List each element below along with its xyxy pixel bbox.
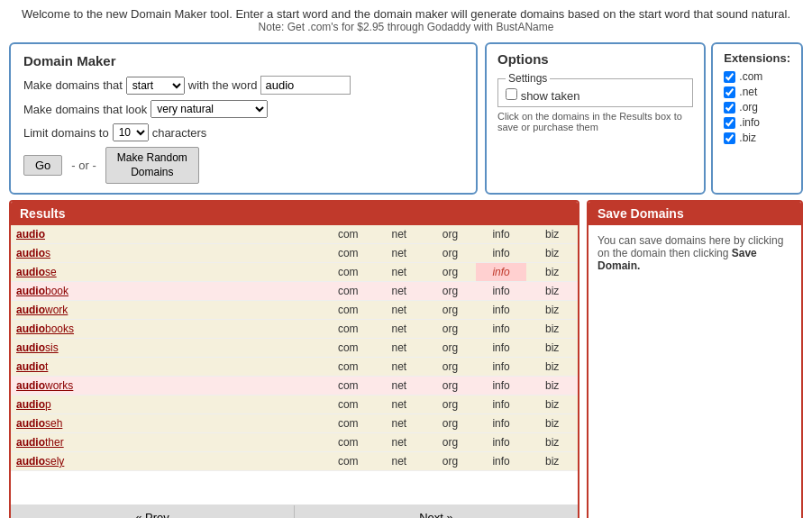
ext-cell-net[interactable]: net (374, 414, 425, 433)
ext-info-checkbox[interactable] (724, 117, 735, 129)
ext-cell-com[interactable]: com (323, 358, 374, 377)
word-input[interactable] (260, 76, 351, 95)
ext-cell-com[interactable]: com (323, 339, 374, 358)
ext-cell-com[interactable]: com (323, 433, 374, 452)
ext-cell-net[interactable]: net (374, 320, 425, 339)
results-table-wrapper[interactable]: audiocomnetorginfobizaudioscomnetorginfo… (11, 225, 578, 504)
ext-org-checkbox[interactable] (724, 102, 735, 114)
table-row[interactable]: audioscomnetorginfobiz (11, 244, 578, 263)
ext-cell-com[interactable]: com (323, 377, 374, 395)
make-random-button[interactable]: Make RandomDomains (105, 147, 199, 184)
domain-link[interactable]: audiot (16, 360, 48, 373)
ext-cell-net[interactable]: net (374, 263, 425, 282)
domain-link[interactable]: audiop (16, 398, 51, 411)
ext-cell-org[interactable]: org (424, 377, 476, 395)
ext-cell-net[interactable]: net (374, 358, 425, 377)
table-row[interactable]: audiosiscomnetorginfobiz (11, 339, 578, 358)
ext-cell-com[interactable]: com (323, 282, 374, 301)
ext-cell-com[interactable]: com (323, 320, 374, 339)
table-row[interactable]: audioworkscomnetorginfobiz (11, 377, 578, 395)
ext-cell-org[interactable]: org (424, 225, 476, 244)
ext-cell-net[interactable]: net (374, 282, 425, 301)
domain-link[interactable]: audiother (16, 436, 64, 449)
ext-biz-checkbox[interactable] (724, 132, 735, 144)
table-row[interactable]: audioworkcomnetorginfobiz (11, 301, 578, 320)
ext-cell-org[interactable]: org (424, 320, 476, 339)
ext-cell-biz[interactable]: biz (526, 282, 578, 301)
ext-cell-info[interactable]: info (476, 414, 527, 433)
table-row[interactable]: audiothercomnetorginfobiz (11, 433, 578, 452)
ext-cell-org[interactable]: org (424, 358, 476, 377)
ext-cell-info[interactable]: info (476, 263, 527, 282)
ext-cell-biz[interactable]: biz (526, 377, 578, 395)
table-row[interactable]: audiopcomnetorginfobiz (11, 395, 578, 414)
ext-cell-biz[interactable]: biz (526, 395, 578, 414)
ext-cell-biz[interactable]: biz (526, 414, 578, 433)
ext-cell-info[interactable]: info (476, 282, 527, 301)
ext-com-checkbox[interactable] (724, 71, 735, 83)
ext-cell-net[interactable]: net (374, 452, 425, 471)
go-button[interactable]: Go (23, 155, 62, 176)
prev-button[interactable]: « Prev (11, 505, 295, 518)
ext-cell-info[interactable]: info (476, 433, 527, 452)
domain-link[interactable]: audiosis (16, 341, 59, 354)
start-select[interactable]: start end contain (126, 77, 185, 95)
ext-cell-info[interactable]: info (476, 301, 527, 320)
ext-cell-com[interactable]: com (323, 301, 374, 320)
table-row[interactable]: audiotcomnetorginfobiz (11, 358, 578, 377)
ext-cell-org[interactable]: org (424, 282, 476, 301)
ext-cell-net[interactable]: net (374, 395, 425, 414)
ext-cell-com[interactable]: com (323, 395, 374, 414)
ext-cell-com[interactable]: com (323, 244, 374, 263)
ext-cell-info[interactable]: info (476, 225, 527, 244)
domain-link[interactable]: audioworks (16, 379, 73, 392)
domain-link[interactable]: audiosely (16, 455, 64, 468)
ext-cell-com[interactable]: com (323, 263, 374, 282)
ext-cell-org[interactable]: org (424, 263, 476, 282)
ext-cell-biz[interactable]: biz (526, 433, 578, 452)
ext-cell-biz[interactable]: biz (526, 225, 578, 244)
ext-cell-info[interactable]: info (476, 395, 527, 414)
next-button[interactable]: Next » (295, 505, 578, 518)
ext-cell-info[interactable]: info (476, 358, 527, 377)
domain-link[interactable]: audio (16, 228, 45, 241)
ext-cell-info[interactable]: info (476, 244, 527, 263)
table-row[interactable]: audiosecomnetorginfobiz (11, 263, 578, 282)
ext-cell-org[interactable]: org (424, 452, 476, 471)
ext-cell-net[interactable]: net (374, 377, 425, 395)
domain-link[interactable]: audiowork (16, 304, 68, 316)
ext-cell-info[interactable]: info (476, 339, 527, 358)
domain-link[interactable]: audios (16, 247, 50, 259)
ext-cell-org[interactable]: org (424, 433, 476, 452)
domain-link[interactable]: audiobook (16, 285, 68, 297)
ext-cell-org[interactable]: org (424, 244, 476, 263)
table-row[interactable]: audioselycomnetorginfobiz (11, 452, 578, 471)
table-row[interactable]: audiosehcomnetorginfobiz (11, 414, 578, 433)
ext-cell-org[interactable]: org (424, 339, 476, 358)
ext-cell-net[interactable]: net (374, 433, 425, 452)
domain-link[interactable]: audiose (16, 266, 57, 278)
ext-cell-info[interactable]: info (476, 320, 527, 339)
table-row[interactable]: audiobookcomnetorginfobiz (11, 282, 578, 301)
limit-select[interactable]: 5678 91012 1520 (113, 123, 149, 141)
table-row[interactable]: audiobookscomnetorginfobiz (11, 320, 578, 339)
ext-cell-com[interactable]: com (323, 414, 374, 433)
ext-cell-info[interactable]: info (476, 452, 527, 471)
ext-cell-biz[interactable]: biz (526, 244, 578, 263)
domain-link[interactable]: audiobooks (16, 323, 74, 335)
show-taken-checkbox[interactable] (506, 88, 517, 100)
ext-cell-org[interactable]: org (424, 301, 476, 320)
ext-cell-org[interactable]: org (424, 414, 476, 433)
ext-net-checkbox[interactable] (724, 86, 735, 98)
ext-cell-net[interactable]: net (374, 225, 425, 244)
look-select[interactable]: very natural natural somewhat natural an… (151, 100, 268, 118)
ext-cell-net[interactable]: net (374, 339, 425, 358)
domain-link[interactable]: audioseh (16, 417, 62, 430)
ext-cell-org[interactable]: org (424, 395, 476, 414)
ext-cell-com[interactable]: com (323, 452, 374, 471)
ext-cell-info[interactable]: info (476, 377, 527, 395)
ext-cell-biz[interactable]: biz (526, 358, 578, 377)
ext-cell-net[interactable]: net (374, 244, 425, 263)
ext-cell-biz[interactable]: biz (526, 320, 578, 339)
ext-cell-com[interactable]: com (323, 225, 374, 244)
